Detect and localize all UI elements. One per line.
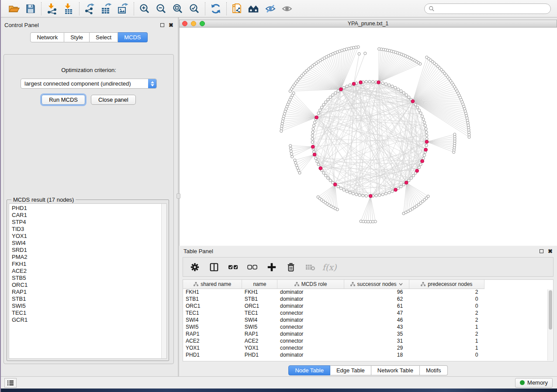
cell-shared_name[interactable]: SWI4 [183,316,242,323]
mcds-result-item[interactable]: TEC1 [12,309,161,316]
network-node[interactable] [364,52,367,55]
optimization-criterion-select[interactable]: largest connected component (undirected) [21,79,157,89]
network-node[interactable] [372,80,374,83]
mcds-result-item[interactable]: SWI5 [12,303,161,309]
network-node[interactable] [384,83,387,85]
mcds-hub-node[interactable] [411,100,415,103]
network-node[interactable] [289,147,292,150]
cell-role[interactable]: connector [277,344,344,351]
mcds-hub-node[interactable] [377,81,381,84]
splitter-grip[interactable] [176,193,180,199]
network-canvas[interactable] [179,28,557,246]
network-node[interactable] [375,194,377,197]
cell-name[interactable]: SWI4 [242,316,277,323]
save-session-button[interactable] [24,3,37,15]
table-row[interactable]: PHD1PHD1dominator180 [183,351,484,358]
network-node[interactable] [346,85,348,88]
tab-motifs[interactable]: Motifs [420,365,448,375]
close-panel-button[interactable]: Close panel [91,95,136,105]
zoom-out-button[interactable] [155,3,167,15]
table-scrollbar[interactable] [547,289,553,361]
cell-successors[interactable]: 18 [344,351,409,358]
network-node[interactable] [374,220,377,223]
cell-role[interactable]: dominator [277,316,344,323]
table-options-button[interactable] [189,261,201,273]
table-row[interactable]: ORC1ORC1dominator610 [183,303,484,309]
mcds-result-item[interactable]: ACE2 [12,268,161,275]
network-node[interactable] [280,127,283,130]
mcds-result-item[interactable]: SRD1 [12,247,161,254]
cell-successors[interactable]: 43 [344,323,409,330]
network-node[interactable] [334,92,337,94]
tab-network[interactable]: Network [30,32,64,42]
network-graph[interactable] [180,28,557,244]
network-node[interactable] [298,172,301,174]
delete-column-button[interactable] [285,261,297,273]
network-node[interactable] [281,122,284,125]
search-field[interactable] [424,3,551,14]
network-node[interactable] [384,192,387,195]
network-node[interactable] [418,109,420,111]
mcds-result-item[interactable]: RAP1 [12,289,161,296]
mcds-hub-node[interactable] [394,188,398,192]
mcds-result-list[interactable]: PHD1CAR1STP4TID3YOX1SWI4SRD1PMA2FKH1ACE2… [9,203,167,359]
tab-select[interactable]: Select [90,32,118,42]
mcds-result-item[interactable]: STB1 [12,296,161,303]
network-titlebar[interactable]: YPA_prune.txt_1 [179,20,557,28]
network-node[interactable] [289,90,291,93]
mcds-hub-node[interactable] [369,194,372,198]
mcds-hub-node[interactable] [425,140,429,144]
network-node[interactable] [346,190,348,193]
network-node[interactable] [410,177,412,179]
network-node[interactable] [311,141,314,144]
mcds-result-item[interactable]: PMA2 [12,254,161,261]
network-node[interactable] [425,144,428,147]
mcds-hub-node[interactable] [333,183,337,186]
network-node[interactable] [421,115,423,117]
search-input[interactable] [437,6,547,12]
cell-successors[interactable]: 47 [344,309,409,316]
network-node[interactable] [414,103,417,106]
show-all-button[interactable] [281,3,293,15]
tab-network-table[interactable]: Network Table [371,365,420,375]
tab-node-table[interactable]: Node Table [288,365,330,375]
network-node[interactable] [325,174,327,177]
network-node[interactable] [317,112,320,114]
table-row[interactable]: FKH1FKH1dominator962 [183,289,484,296]
network-node[interactable] [362,194,364,197]
mcds-hub-node[interactable] [315,116,318,119]
cell-name[interactable]: ORC1 [242,303,277,309]
mcds-result-item[interactable]: STP4 [12,219,161,226]
cell-name[interactable]: SWI5 [242,323,277,330]
network-node[interactable] [355,193,358,196]
network-node[interactable] [365,80,367,83]
network-node[interactable] [336,208,339,211]
network-node[interactable] [381,193,384,196]
deselect-all-columns-button[interactable] [247,261,258,273]
import-network-button[interactable] [46,3,58,15]
cell-name[interactable]: YOX1 [242,344,277,351]
column-header-shared-name[interactable]: shared name [183,280,242,289]
close-panel-icon[interactable]: ✖ [169,23,173,27]
network-node[interactable] [378,48,381,50]
mcds-result-item[interactable]: GCR1 [12,316,161,323]
network-node[interactable] [327,98,329,101]
table-row[interactable]: TEC1TEC1connector472 [183,309,484,316]
network-node[interactable] [391,85,394,88]
network-node[interactable] [425,131,428,134]
table-row[interactable]: SWI5SWI5connector431 [183,323,484,330]
network-node[interactable] [378,194,381,196]
cell-shared_name[interactable]: PHD1 [183,351,242,358]
mcds-hub-node[interactable] [313,153,316,156]
mcds-hub-node[interactable] [311,145,315,148]
cell-role[interactable]: connector [277,323,344,330]
mcds-result-item[interactable]: YOX1 [12,233,161,240]
network-node[interactable] [365,195,367,197]
cell-successors[interactable]: 35 [344,330,409,337]
cell-role[interactable]: dominator [277,289,344,296]
network-node[interactable] [322,103,325,106]
mcds-result-item[interactable]: ORC1 [12,282,161,289]
network-node[interactable] [422,118,425,120]
network-node[interactable] [312,124,315,127]
network-node[interactable] [343,189,345,191]
